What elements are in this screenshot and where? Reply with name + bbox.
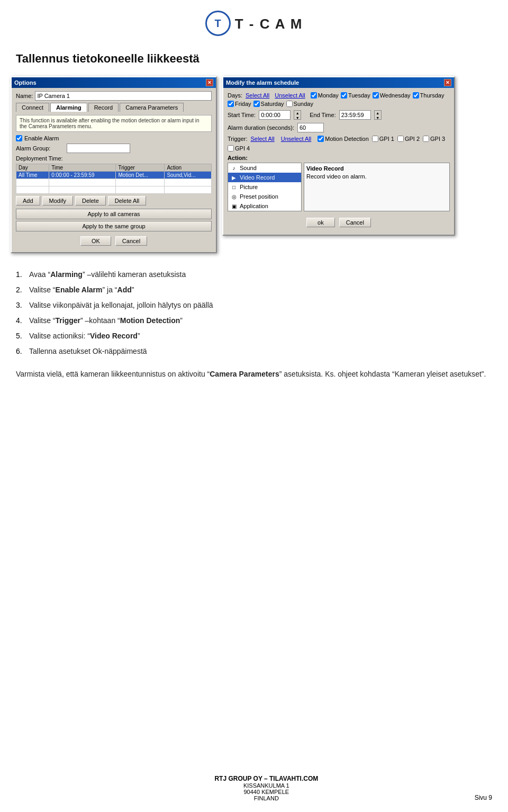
- wednesday-checkbox[interactable]: [373, 92, 379, 99]
- delete-all-button[interactable]: Delete All: [108, 196, 146, 206]
- start-time-input[interactable]: [259, 110, 291, 120]
- gpi1-checkbox[interactable]: [372, 136, 378, 142]
- table-row[interactable]: [16, 179, 212, 186]
- action-preset-position[interactable]: ◎ Preset position: [228, 192, 301, 201]
- sunday-checkbox[interactable]: [286, 101, 293, 107]
- logo-icon: T: [205, 11, 231, 36]
- action-preset-label: Preset position: [240, 193, 278, 200]
- gpi4-checkbox[interactable]: [228, 145, 234, 151]
- add-button[interactable]: Add: [16, 196, 40, 206]
- tuesday-checkbox[interactable]: [341, 92, 347, 99]
- action-application-label: Application: [240, 203, 268, 209]
- gpi2-checkbox[interactable]: [397, 136, 404, 142]
- days-label: Days:: [228, 92, 243, 99]
- saturday-checkbox[interactable]: [253, 101, 260, 107]
- day-wednesday: Wednesday: [373, 92, 411, 99]
- select-all-link[interactable]: Select All: [246, 92, 269, 99]
- motion-checkbox[interactable]: [318, 136, 324, 142]
- days-row: Days: Select All Unselect All Monday Tue…: [228, 92, 450, 107]
- footer: RTJ GROUP OY – TILAVAHTI.COM KISSANKULMA…: [0, 775, 508, 801]
- footer-page: Sivu 9: [475, 794, 492, 801]
- name-row: Name:: [16, 91, 212, 101]
- step-text-3: Valitse viikonpäivät ja kellonajat, joll…: [29, 300, 213, 311]
- options-ok-button[interactable]: OK: [80, 236, 111, 246]
- gpi1-label: GPI 1: [379, 136, 394, 142]
- options-dialog: Options ✕ Name: Connect Alarming Record …: [11, 76, 217, 253]
- action-list: ♪ Sound ▶ Video Record □ Picture ◎: [228, 163, 302, 211]
- modify-cancel-button[interactable]: Cancel: [339, 218, 371, 227]
- step-number-1: 1.: [16, 269, 29, 280]
- day-monday: Monday: [311, 92, 339, 99]
- alarm-duration-input[interactable]: [297, 123, 324, 132]
- trigger-unselect-all[interactable]: Unselect All: [281, 136, 311, 142]
- table-buttons: Add Modify Delete Delete All: [16, 196, 212, 206]
- options-body: Name: Connect Alarming Record Camera Par…: [12, 88, 216, 252]
- delete-button[interactable]: Delete: [75, 196, 106, 206]
- footer-company: RTJ GROUP OY – TILAVAHTI.COM: [214, 775, 318, 782]
- monday-checkbox[interactable]: [311, 92, 317, 99]
- thursday-checkbox[interactable]: [413, 92, 419, 99]
- name-input[interactable]: [35, 91, 212, 101]
- table-row[interactable]: All Time 0:00:00 - 23:59:59 Motion Det..…: [16, 172, 212, 179]
- table-row[interactable]: [16, 186, 212, 194]
- trigger-gpi3: GPI 3: [423, 136, 445, 142]
- step-text-2: Valitse “Enable Alarm” ja “Add”: [29, 284, 134, 296]
- start-time-spinner[interactable]: ▲▼: [294, 110, 301, 120]
- trigger-motion: Motion Detection: [318, 136, 369, 142]
- gpi2-label: GPI 2: [405, 136, 420, 142]
- options-cancel-button[interactable]: Cancel: [115, 236, 147, 246]
- unselect-all-link[interactable]: Unselect All: [275, 92, 305, 99]
- modify-dialog: Modify the alarm schedule ✕ Days: Select…: [222, 76, 455, 236]
- detail-title: Video Record: [306, 165, 447, 172]
- cell-day: All Time: [16, 172, 49, 179]
- tab-record[interactable]: Record: [88, 103, 119, 112]
- alarm-group-label: Alarm Group:: [16, 145, 64, 151]
- day-tuesday: Tuesday: [341, 92, 370, 99]
- trigger-row: Trigger: Select All Unselect All Motion …: [228, 136, 450, 151]
- footer-address-1: KISSANKULMA 1: [214, 782, 318, 789]
- detail-text: Record video on alarm.: [306, 173, 447, 180]
- end-time-input[interactable]: [339, 110, 371, 120]
- action-video-record-label: Video Record: [240, 174, 275, 181]
- action-picture-label: Picture: [240, 184, 258, 190]
- col-time: Time: [49, 164, 116, 172]
- options-close-button[interactable]: ✕: [206, 79, 213, 86]
- day-friday: Friday: [228, 101, 251, 107]
- trigger-gpi2: GPI 2: [397, 136, 420, 142]
- action-sound[interactable]: ♪ Sound: [228, 163, 301, 173]
- gpi3-checkbox[interactable]: [423, 136, 429, 142]
- modify-close-button[interactable]: ✕: [444, 79, 451, 86]
- wednesday-label: Wednesday: [380, 92, 411, 99]
- action-video-record[interactable]: ▶ Video Record: [228, 173, 301, 182]
- monday-label: Monday: [318, 92, 339, 99]
- cell-trigger: Motion Det...: [116, 172, 165, 179]
- alarm-group-input[interactable]: [67, 144, 130, 153]
- apply-all-button[interactable]: Apply to all cameras: [16, 209, 212, 219]
- friday-label: Friday: [235, 101, 251, 107]
- day-saturday: Saturday: [253, 101, 284, 107]
- step-text-5: Valitse actioniksi: “Video Record”: [29, 331, 140, 342]
- name-label: Name:: [16, 93, 33, 99]
- apply-group-button[interactable]: Apply to the same group: [16, 221, 212, 231]
- action-label: Action:: [228, 155, 450, 161]
- modify-titlebar: Modify the alarm schedule ✕: [223, 77, 454, 88]
- enable-alarm-row: Enable Alarm: [16, 135, 212, 141]
- action-picture[interactable]: □ Picture: [228, 182, 301, 192]
- cell-time: [49, 179, 116, 186]
- col-trigger: Trigger: [116, 164, 165, 172]
- instruction-paragraph: Varmista vielä, että kameran liikkeentun…: [0, 367, 508, 382]
- enable-alarm-checkbox[interactable]: [16, 135, 22, 141]
- modify-ok-button[interactable]: ok: [306, 218, 335, 227]
- tab-camera-parameters[interactable]: Camera Parameters: [120, 103, 184, 112]
- thursday-label: Thursday: [420, 92, 444, 99]
- tab-alarming[interactable]: Alarming: [50, 103, 87, 112]
- modify-button[interactable]: Modify: [42, 196, 73, 206]
- friday-checkbox[interactable]: [228, 101, 234, 107]
- end-time-spinner[interactable]: ▲▼: [374, 110, 382, 120]
- tuesday-label: Tuesday: [348, 92, 370, 99]
- action-application[interactable]: ▣ Application: [228, 201, 301, 211]
- trigger-select-all[interactable]: Select All: [251, 136, 275, 142]
- action-panels: ♪ Sound ▶ Video Record □ Picture ◎: [228, 163, 450, 211]
- tab-connect[interactable]: Connect: [16, 103, 49, 112]
- options-title: Options: [14, 79, 37, 86]
